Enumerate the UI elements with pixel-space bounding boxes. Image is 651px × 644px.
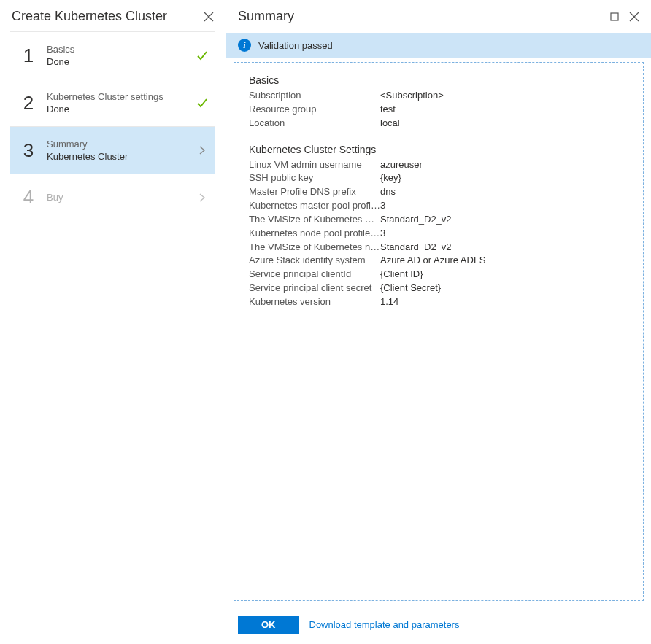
step-subtitle: Done: [47, 104, 195, 115]
summary-row: Master Profile DNS prefixdns: [249, 185, 628, 199]
left-panel-header: Create Kubernetes Cluster: [0, 0, 226, 31]
wizard-steps: 1 Basics Done 2 Kubernetes Cluster setti…: [0, 31, 226, 220]
summary-row: Linux VM admin usernameazureuser: [249, 158, 628, 172]
summary-label: Resource group: [249, 103, 380, 117]
summary-value: {Client ID}: [380, 268, 423, 282]
step-number: 1: [18, 44, 39, 67]
settings-heading: Kubernetes Cluster Settings: [249, 144, 628, 155]
validation-text: Validation passed: [258, 40, 333, 51]
chevron-right-icon: [195, 193, 209, 203]
step-buy[interactable]: 4 Buy: [10, 174, 215, 220]
summary-panel: Summary i Validation passed Basics Subsc…: [226, 0, 651, 644]
close-icon[interactable]: [204, 12, 214, 22]
step-title: Summary: [47, 139, 195, 150]
summary-value: 1.14: [380, 295, 398, 309]
ok-button[interactable]: OK: [238, 616, 299, 634]
summary-value: {Client Secret}: [380, 282, 441, 295]
step-cluster-settings[interactable]: 2 Kubernetes Cluster settings Done: [10, 79, 215, 126]
step-subtitle: Kubernetes Cluster: [47, 151, 195, 162]
summary-body: Basics Subscription<Subscription>Resourc…: [234, 62, 644, 601]
right-panel-title: Summary: [238, 9, 294, 24]
checkmark-icon: [195, 50, 209, 61]
step-number: 3: [18, 139, 39, 162]
step-title: Basics: [47, 44, 195, 55]
summary-value: Azure AD or Azure ADFS: [380, 254, 486, 268]
summary-label: Location: [249, 117, 380, 131]
step-subtitle: Done: [47, 56, 195, 67]
summary-value: azureuser: [380, 158, 423, 172]
summary-value: Standard_D2_v2: [380, 213, 452, 227]
settings-list: Linux VM admin usernameazureuserSSH publ…: [249, 158, 628, 309]
summary-label: Service principal clientId: [249, 268, 380, 282]
summary-label: Kubernetes version: [249, 295, 380, 309]
summary-row: Resource grouptest: [249, 103, 628, 117]
chevron-right-icon: [195, 145, 209, 155]
summary-value: {key}: [380, 171, 401, 185]
step-summary[interactable]: 3 Summary Kubernetes Cluster: [10, 126, 215, 174]
info-icon: i: [238, 39, 251, 52]
summary-label: Subscription: [249, 89, 380, 103]
validation-banner: i Validation passed: [226, 33, 651, 58]
summary-row: Service principal client secret{Client S…: [249, 282, 628, 295]
basics-heading: Basics: [249, 74, 628, 86]
summary-value: dns: [380, 185, 396, 199]
step-title: Buy: [47, 192, 195, 203]
summary-label: Master Profile DNS prefix: [249, 185, 380, 199]
summary-label: Kubernetes node pool profile c...: [249, 227, 380, 241]
left-panel-title: Create Kubernetes Cluster: [12, 9, 167, 24]
svg-rect-2: [611, 13, 618, 20]
maximize-icon[interactable]: [610, 12, 619, 21]
summary-value: <Subscription>: [380, 89, 444, 103]
summary-row: Locationlocal: [249, 117, 628, 131]
summary-label: Linux VM admin username: [249, 158, 380, 172]
step-basics[interactable]: 1 Basics Done: [10, 31, 215, 79]
summary-row: Kubernetes master pool profile ...3: [249, 199, 628, 213]
close-icon[interactable]: [629, 12, 639, 22]
summary-value: Standard_D2_v2: [380, 241, 452, 255]
create-cluster-panel: Create Kubernetes Cluster 1 Basics Done …: [0, 0, 226, 644]
summary-label: Service principal client secret: [249, 282, 380, 295]
footer: OK Download template and parameters: [226, 608, 651, 644]
summary-label: Kubernetes master pool profile ...: [249, 199, 380, 213]
summary-value: test: [380, 103, 396, 117]
summary-value: local: [380, 117, 400, 131]
right-panel-header: Summary: [226, 0, 651, 31]
summary-row: Kubernetes version1.14: [249, 295, 628, 309]
summary-label: The VMSize of Kubernetes nod...: [249, 241, 380, 255]
summary-value: 3: [380, 199, 385, 213]
download-template-link[interactable]: Download template and parameters: [309, 619, 460, 630]
summary-row: Service principal clientId{Client ID}: [249, 268, 628, 282]
step-number: 2: [18, 92, 39, 115]
summary-label: The VMSize of Kubernetes mas...: [249, 213, 380, 227]
step-title: Kubernetes Cluster settings: [47, 91, 195, 102]
summary-label: Azure Stack identity system: [249, 254, 380, 268]
summary-row: Subscription<Subscription>: [249, 89, 628, 103]
summary-label: SSH public key: [249, 171, 380, 185]
checkmark-icon: [195, 97, 209, 109]
summary-value: 3: [380, 227, 385, 241]
summary-row: Azure Stack identity systemAzure AD or A…: [249, 254, 628, 268]
summary-row: SSH public key{key}: [249, 171, 628, 185]
basics-list: Subscription<Subscription>Resource group…: [249, 89, 628, 131]
step-number: 4: [18, 186, 39, 209]
summary-row: The VMSize of Kubernetes nod...Standard_…: [249, 241, 628, 255]
summary-row: Kubernetes node pool profile c...3: [249, 227, 628, 241]
summary-row: The VMSize of Kubernetes mas...Standard_…: [249, 213, 628, 227]
